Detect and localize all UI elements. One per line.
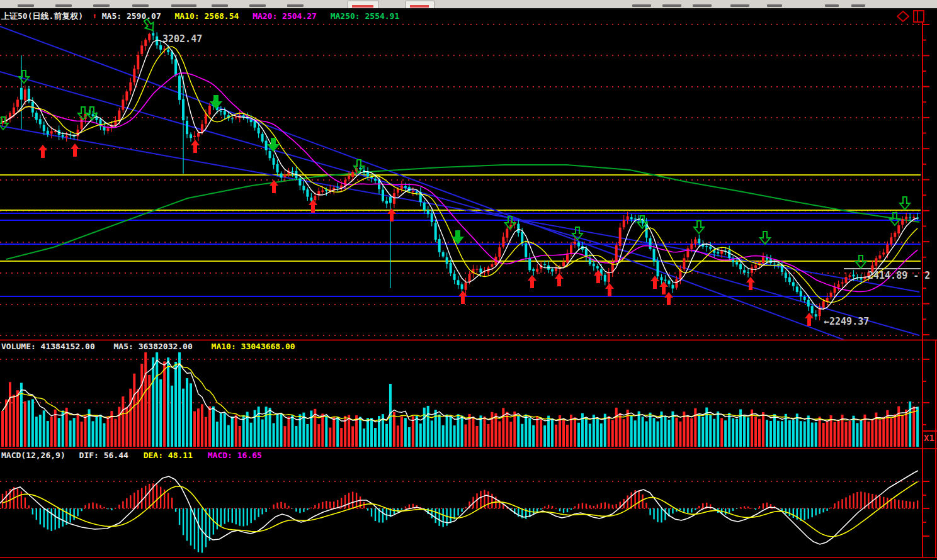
ma10-value: MA10: 2568.54 <box>175 11 239 21</box>
macd-title: MACD(12,26,9) <box>1 451 65 460</box>
volume-pane-header: VOLUME: 41384152.00 MA5: 36382032.00 MA1… <box>1 342 295 351</box>
buy-arrow-marker <box>38 145 47 158</box>
buy-arrow-marker <box>664 292 673 305</box>
volume-ma5-value: MA5: 36382032.00 <box>114 342 193 351</box>
buy-arrow-marker <box>605 283 614 296</box>
up-arrow-icon: ⬆ <box>92 11 97 21</box>
sell-arrow-marker <box>19 70 29 83</box>
buy-arrow-marker <box>191 140 200 153</box>
ma5-value: MA5: 2590.07 <box>102 11 161 21</box>
diamond-icon[interactable] <box>897 11 909 21</box>
chart-canvas[interactable] <box>0 0 937 560</box>
buy-arrow-marker <box>71 143 79 157</box>
split-window-icon[interactable] <box>914 11 924 22</box>
buy-arrow-marker <box>659 281 668 294</box>
pane-icons <box>897 10 927 25</box>
dea-value: DEA: 48.11 <box>144 451 193 460</box>
buy-arrow-marker <box>555 273 564 286</box>
volume-ma10-value: MA10: 33043668.00 <box>212 342 295 351</box>
volume-value: VOLUME: 41384152.00 <box>1 342 95 351</box>
dif-value: DIF: 56.44 <box>79 451 128 460</box>
macd-value: MACD: 16.65 <box>208 451 262 460</box>
sell-arrow-marker <box>900 197 910 210</box>
x1-zoom-label: X1 <box>924 433 934 443</box>
support-price-label: 2414.89 - 2 <box>868 270 930 281</box>
macd-pane-header: MACD(12,26,9) DIF: 56.44 DEA: 48.11 MACD… <box>1 451 262 460</box>
ma20-value: MA20: 2504.27 <box>253 11 317 21</box>
sell-arrow-marker <box>211 96 221 108</box>
tdx-app-window: 上证50(日线.前复权)⬆ MA5: 2590.07 MA10: 2568.54… <box>0 0 937 560</box>
main-pane-header: 上证50(日线.前复权)⬆ MA5: 2590.07 MA10: 2568.54… <box>1 11 399 22</box>
low-price-label: ←2249.37 <box>824 316 869 327</box>
sell-arrow-marker <box>694 221 704 233</box>
buy-arrow-marker <box>528 275 537 288</box>
symbol-title: 上证50(日线.前复权) <box>1 11 83 21</box>
peak-price-label: 3202.47 <box>162 33 202 45</box>
ma250-value: MA250: 2554.91 <box>331 11 400 21</box>
